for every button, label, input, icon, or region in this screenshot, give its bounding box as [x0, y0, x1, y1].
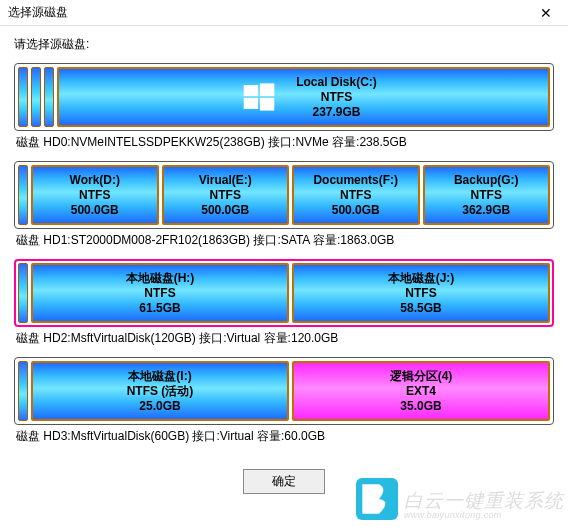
partition-size: 500.0GB [201, 203, 249, 218]
partition-name: Backup(G:) [454, 173, 519, 188]
partition[interactable]: 本地磁盘(I:) NTFS (活动) 25.0GB [31, 361, 289, 421]
svg-rect-0 [244, 85, 258, 96]
partition-size: 35.0GB [400, 399, 441, 414]
brand-watermark: 白云一键重装系统 www.baiyunxitong.com [356, 478, 564, 520]
partition-size: 362.9GB [462, 203, 510, 218]
partition-size: 61.5GB [139, 301, 180, 316]
partition-size: 500.0GB [71, 203, 119, 218]
disk-info: 磁盘 HD1:ST2000DM008-2FR102(1863GB) 接口:SAT… [14, 232, 554, 249]
partition-fs: NTFS [144, 286, 175, 301]
disk-row: Work(D:) NTFS 500.0GB Virual(E:) NTFS 50… [18, 165, 550, 225]
reserved-slot [18, 165, 28, 225]
disk-group-0[interactable]: Local Disk(C:) NTFS 237.9GB [14, 63, 554, 131]
partition-fs: NTFS [340, 188, 371, 203]
footer: 确定 白云一键重装系统 www.baiyunxitong.com [0, 455, 568, 524]
partition-name: 本地磁盘(H:) [126, 271, 195, 286]
svg-rect-3 [260, 98, 274, 111]
ok-button[interactable]: 确定 [243, 469, 325, 494]
svg-rect-2 [244, 98, 258, 109]
partition-name: Local Disk(C:) [296, 75, 377, 90]
disk-info: 磁盘 HD3:MsftVirtualDisk(60GB) 接口:Virtual … [14, 428, 554, 445]
partition-name: 本地磁盘(I:) [128, 369, 191, 384]
partition[interactable]: Work(D:) NTFS 500.0GB [31, 165, 159, 225]
partition-fs: NTFS [471, 188, 502, 203]
disk-group-3[interactable]: 本地磁盘(I:) NTFS (活动) 25.0GB 逻辑分区(4) EXT4 3… [14, 357, 554, 425]
brand-text: 白云一键重装系统 [404, 491, 564, 510]
close-icon[interactable]: ✕ [528, 5, 564, 21]
reserved-slot [18, 361, 28, 421]
window-title: 选择源磁盘 [8, 4, 528, 21]
disk-row: 本地磁盘(I:) NTFS (活动) 25.0GB 逻辑分区(4) EXT4 3… [18, 361, 550, 421]
reserved-slot [18, 67, 28, 127]
partition-name: 逻辑分区(4) [390, 369, 453, 384]
reserved-slot [44, 67, 54, 127]
reserved-slot [18, 263, 28, 323]
partition-name: Virual(E:) [199, 173, 252, 188]
partition-fs: NTFS [296, 90, 377, 105]
windows-icon [242, 80, 276, 114]
partition-fs: EXT4 [406, 384, 436, 399]
disk-group-1[interactable]: Work(D:) NTFS 500.0GB Virual(E:) NTFS 50… [14, 161, 554, 229]
partition-fs: NTFS [405, 286, 436, 301]
partition-name: Documents(F:) [313, 173, 398, 188]
prompt-label: 请选择源磁盘: [14, 36, 554, 53]
brand-logo-icon [356, 478, 398, 520]
brand-url: www.baiyunxitong.com [404, 510, 564, 520]
partition-size: 500.0GB [332, 203, 380, 218]
partition[interactable]: 本地磁盘(J:) NTFS 58.5GB [292, 263, 550, 323]
partition[interactable]: Backup(G:) NTFS 362.9GB [423, 165, 551, 225]
partition[interactable]: Local Disk(C:) NTFS 237.9GB [57, 67, 550, 127]
disk-group-2[interactable]: 本地磁盘(H:) NTFS 61.5GB 本地磁盘(J:) NTFS 58.5G… [14, 259, 554, 327]
titlebar: 选择源磁盘 ✕ [0, 0, 568, 26]
content-area: 请选择源磁盘: Local Disk(C:) NTFS 237.9GB [0, 26, 568, 445]
reserved-slot [31, 67, 41, 127]
partition-fs: NTFS [210, 188, 241, 203]
partition-size: 58.5GB [400, 301, 441, 316]
disk-info: 磁盘 HD0:NVMeINTELSSDPEKKW25(238GB) 接口:NVM… [14, 134, 554, 151]
disk-row: Local Disk(C:) NTFS 237.9GB [18, 67, 550, 127]
partition[interactable]: Virual(E:) NTFS 500.0GB [162, 165, 290, 225]
partition[interactable]: Documents(F:) NTFS 500.0GB [292, 165, 420, 225]
partition[interactable]: 本地磁盘(H:) NTFS 61.5GB [31, 263, 289, 323]
svg-rect-1 [260, 83, 274, 96]
partition-size: 25.0GB [139, 399, 180, 414]
disk-row: 本地磁盘(H:) NTFS 61.5GB 本地磁盘(J:) NTFS 58.5G… [18, 263, 550, 323]
partition-fs: NTFS (活动) [127, 384, 194, 399]
partition[interactable]: 逻辑分区(4) EXT4 35.0GB [292, 361, 550, 421]
partition-fs: NTFS [79, 188, 110, 203]
partition-size: 237.9GB [296, 105, 377, 120]
partition-name: 本地磁盘(J:) [388, 271, 455, 286]
partition-name: Work(D:) [70, 173, 120, 188]
disk-info: 磁盘 HD2:MsftVirtualDisk(120GB) 接口:Virtual… [14, 330, 554, 347]
